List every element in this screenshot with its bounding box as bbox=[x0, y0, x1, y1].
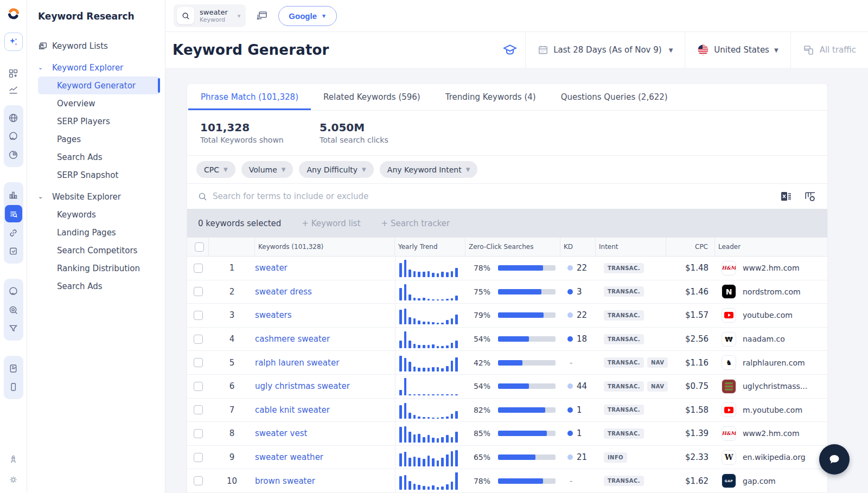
row-checkbox[interactable] bbox=[194, 476, 203, 485]
globe-zigzag-icon[interactable] bbox=[4, 283, 23, 299]
date-range-picker[interactable]: Last 28 Days (As of Nov 9) ▼ bbox=[526, 32, 685, 68]
rocket-icon[interactable] bbox=[4, 451, 23, 467]
zero-click-fill bbox=[498, 407, 545, 413]
country-selector[interactable]: United States ▼ bbox=[685, 32, 790, 68]
col-keywords[interactable]: Keywords (101,328) bbox=[255, 238, 395, 256]
trend-bar bbox=[441, 437, 444, 443]
leader-domain[interactable]: gap.com bbox=[743, 477, 776, 485]
sidebar-item-serp-players[interactable]: SERP Players bbox=[38, 112, 165, 130]
tab-2[interactable]: Related Keywords (596) bbox=[311, 84, 433, 110]
row-checkbox[interactable] bbox=[194, 264, 203, 273]
row-checkbox[interactable] bbox=[194, 287, 203, 296]
keyword-link[interactable]: cable knit sweater bbox=[255, 405, 330, 415]
keyword-link[interactable]: ralph lauren sweater bbox=[255, 358, 339, 368]
link-icon[interactable] bbox=[4, 225, 23, 241]
row-checkbox[interactable] bbox=[194, 453, 203, 462]
row-checkbox[interactable] bbox=[194, 405, 203, 414]
filter-any-difficulty[interactable]: Any Difficulty▼ bbox=[299, 161, 373, 178]
magnify-at-icon[interactable] bbox=[4, 302, 23, 318]
chat-button[interactable] bbox=[819, 444, 850, 475]
sidebar-item-keyword-explorer[interactable]: ⌄Keyword Explorer bbox=[38, 59, 165, 76]
leader-domain[interactable]: m.youtube.com bbox=[743, 406, 802, 414]
col-intent[interactable]: Intent bbox=[596, 238, 666, 256]
excel-export-icon[interactable] bbox=[780, 190, 792, 202]
filter-volume[interactable]: Volume▼ bbox=[241, 161, 293, 178]
keyword-research-icon[interactable] bbox=[5, 205, 22, 222]
leader-domain[interactable]: en.wikipedia.org bbox=[743, 453, 806, 462]
sidebar-item-search-ads[interactable]: Search Ads bbox=[38, 277, 165, 295]
traffic-selector[interactable]: All traffic bbox=[791, 32, 868, 68]
row-index: 9 bbox=[209, 446, 255, 469]
search-engine-dropdown[interactable]: Google ▼ bbox=[278, 6, 337, 26]
col-zero-click[interactable]: Zero-Click Searches bbox=[465, 238, 560, 256]
keyword-link[interactable]: sweater bbox=[255, 263, 288, 273]
ai-sparkles-button[interactable] bbox=[4, 33, 23, 51]
keyword-link[interactable]: sweater vest bbox=[255, 428, 307, 438]
row-checkbox[interactable] bbox=[194, 335, 203, 344]
sidebar-item-keywords[interactable]: Keywords bbox=[38, 206, 165, 223]
keyword-link[interactable]: cashmere sweater bbox=[255, 334, 330, 344]
filter-any-keyword-intent[interactable]: Any Keyword Intent▼ bbox=[380, 161, 478, 178]
row-checkbox[interactable] bbox=[194, 311, 203, 320]
keyword-link[interactable]: brown sweater bbox=[255, 476, 315, 486]
sidebar-item-ranking-distribution[interactable]: Ranking Distribution bbox=[38, 259, 165, 277]
tab-3[interactable]: Trending Keywords (4) bbox=[433, 84, 548, 110]
sidebar-item-serp-snapshot[interactable]: SERP Snapshot bbox=[38, 166, 165, 184]
keyword-link[interactable]: sweater dress bbox=[255, 287, 312, 297]
col-cpc[interactable]: CPC bbox=[666, 238, 715, 256]
keyword-search-selector[interactable]: sweater Keyword ▾ bbox=[174, 4, 246, 27]
gear-icon[interactable] bbox=[4, 471, 23, 488]
leader-domain[interactable]: nordstrom.com bbox=[743, 287, 801, 296]
leader-domain[interactable]: www2.hm.com bbox=[743, 429, 800, 438]
keyword-link[interactable]: sweaters bbox=[255, 310, 292, 320]
row-checkbox[interactable] bbox=[194, 382, 203, 391]
trends-icon[interactable] bbox=[4, 81, 23, 98]
col-kd[interactable]: KD bbox=[560, 238, 596, 256]
globe-wave-icon[interactable] bbox=[4, 128, 23, 144]
keyword-link[interactable]: ugly christmas sweater bbox=[255, 381, 350, 391]
select-all-checkbox[interactable] bbox=[195, 242, 204, 252]
doc-chart-icon[interactable] bbox=[4, 360, 23, 376]
sidebar-item-overview[interactable]: Overview bbox=[38, 94, 165, 112]
sidebar-item-keyword-lists[interactable]: Keyword Lists bbox=[38, 37, 165, 55]
terms-search-input[interactable] bbox=[213, 191, 775, 201]
mobile-icon[interactable] bbox=[4, 379, 23, 395]
leader-cell: H&Mwww2.hm.com bbox=[715, 422, 827, 445]
leader-domain[interactable]: www2.hm.com bbox=[743, 264, 800, 272]
tab-1[interactable]: Phrase Match (101,328) bbox=[188, 84, 311, 110]
learn-icon[interactable] bbox=[495, 43, 525, 57]
leader-domain[interactable]: youtube.com bbox=[743, 311, 793, 319]
col-leader[interactable]: Leader bbox=[715, 238, 827, 256]
row-checkbox[interactable] bbox=[194, 429, 203, 438]
column-settings-icon[interactable] bbox=[804, 190, 816, 203]
add-compare-icon[interactable] bbox=[256, 9, 269, 22]
chevron-down-icon[interactable]: ▾ bbox=[238, 12, 241, 20]
bar-chart-icon[interactable] bbox=[4, 187, 23, 203]
tab-4[interactable]: Questions Queries (2,622) bbox=[548, 84, 680, 110]
add-search-tracker-button[interactable]: + Search tracker bbox=[381, 219, 450, 228]
col-yearly-trend[interactable]: Yearly Trend bbox=[395, 238, 465, 256]
similarweb-logo[interactable] bbox=[7, 7, 21, 21]
leader-domain[interactable]: ralphlauren.com bbox=[743, 358, 805, 367]
stat-label: Total Keywords shown bbox=[200, 136, 320, 144]
add-keyword-list-button[interactable]: + Keyword list bbox=[302, 219, 360, 228]
leader-domain[interactable]: uglychristmass... bbox=[743, 382, 807, 390]
keyword-link[interactable]: sweater weather bbox=[255, 452, 323, 462]
sidebar-item-pages[interactable]: Pages bbox=[38, 130, 165, 148]
sidebar-item-search-competitors[interactable]: Search Competitors bbox=[38, 241, 165, 259]
trend-bar bbox=[404, 358, 407, 372]
chevron-down-icon[interactable]: ⌄ bbox=[38, 193, 52, 200]
sidebar-item-website-explorer[interactable]: ⌄Website Explorer bbox=[38, 188, 165, 206]
funnel-icon[interactable] bbox=[4, 320, 23, 336]
sidebar-item-keyword-generator[interactable]: Keyword Generator bbox=[38, 76, 160, 94]
row-checkbox[interactable] bbox=[194, 358, 203, 367]
dashboards-icon[interactable] bbox=[4, 65, 23, 81]
sidebar-item-landing-pages[interactable]: Landing Pages bbox=[38, 223, 165, 241]
pie-chart-icon[interactable] bbox=[4, 146, 23, 163]
chevron-down-icon[interactable]: ⌄ bbox=[38, 64, 52, 71]
filter-cpc[interactable]: CPC▼ bbox=[196, 161, 235, 178]
sidebar-item-search-ads[interactable]: Search Ads bbox=[38, 148, 165, 166]
globe-icon[interactable] bbox=[4, 110, 23, 126]
doc-check-icon[interactable] bbox=[4, 243, 23, 259]
leader-domain[interactable]: naadam.co bbox=[743, 335, 785, 343]
